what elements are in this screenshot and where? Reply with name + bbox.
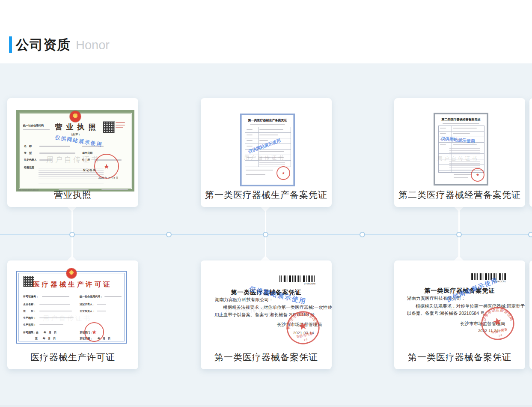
production-license-title: 医疗器械生产许可证 bbox=[17, 280, 126, 289]
right-field1-redacted bbox=[82, 146, 104, 147]
company-name-redacted bbox=[39, 304, 70, 305]
row-label-redacted-5 bbox=[247, 157, 253, 158]
row-value-redacted-5 bbox=[259, 157, 284, 158]
production-license-certificate: ★ 医疗器械生产许可证 许可证编号： 企业名称： 住 所： 生产地址： 生产范围… bbox=[16, 271, 127, 344]
row-value-redacted-1 bbox=[453, 128, 477, 129]
timeline-node-1 bbox=[69, 232, 75, 237]
row-value-redacted-4 bbox=[453, 144, 477, 145]
row-label-redacted-2 bbox=[247, 135, 253, 135]
license-no-redacted bbox=[42, 296, 69, 297]
certificate-title: 第二类医疗器械经营备案凭证 bbox=[435, 117, 487, 122]
card-production-license[interactable]: ★ 医疗器械生产许可证 许可证编号： 企业名称： 住 所： 生产地址： 生产范围… bbox=[7, 260, 138, 369]
row-value-redacted-3 bbox=[453, 139, 463, 140]
card-class2-business-filing[interactable]: 第二类医疗器械经营备案凭证 仅供网站展示使用 用户自传证书 ★ 第二类医疗器械经… bbox=[394, 98, 525, 207]
company-name-label: 企业名称： bbox=[23, 302, 36, 306]
production-scope-label: 生产范围： bbox=[23, 323, 36, 327]
row-label-redacted-2 bbox=[440, 133, 446, 134]
card3-tail bbox=[454, 207, 464, 212]
card6-tail bbox=[454, 256, 464, 260]
notice-redacted-3 bbox=[116, 127, 123, 128]
validity-from-label: 许可期限：自 年 月 日 bbox=[23, 331, 56, 335]
filing-company-line: 湖南力宾医疗科技有限公司： bbox=[215, 297, 273, 303]
business-filing-certificate: 第二类医疗器械经营备案凭证 仅供网站展示使用 用户自传证书 ★ bbox=[434, 113, 488, 186]
card-device-filing-2[interactable]: RB5XOCR1 第一类医疗器械备案凭证 湖南力宾医疗科技有限公司： 根据相关法… bbox=[394, 260, 525, 369]
field-scope-label: 经营范围 bbox=[24, 166, 34, 170]
card-caption: 第二类医疗器械经营备案凭证 bbox=[394, 189, 525, 201]
field-address-label: 住 所 bbox=[82, 158, 90, 162]
filing-body-line-2: 以备案。备案号:湘长械备 20210584 号 bbox=[407, 311, 484, 317]
red-seal-stamp: 长沙市市场监督管理局 审批专用章 1-3 bbox=[282, 307, 324, 348]
card1-tail bbox=[67, 207, 77, 212]
legal-rep-label: 法定代表人： bbox=[80, 302, 95, 306]
row-value-redacted-3 bbox=[259, 140, 268, 141]
scope-text-redacted bbox=[449, 148, 480, 171]
filing-date-redacted bbox=[246, 174, 265, 175]
watermark-user-upload: 用户自传证书 bbox=[43, 314, 92, 323]
next-card-sliver-top[interactable] bbox=[529, 98, 532, 207]
timeline-node-4 bbox=[360, 232, 365, 237]
card-device-filing-1[interactable]: 07MION48 第一类医疗器械备案凭证 湖南力宾医疗科技有限公司： 根据相关法… bbox=[201, 260, 332, 369]
card-class1-production-filing[interactable]: 第一类医疗器械生产备案凭证 仅供网站展示使用 用户自传证书 ★ 第一类医疗器械生… bbox=[201, 98, 332, 207]
field-name-label: 名 称 bbox=[24, 144, 32, 148]
row-label-redacted-4 bbox=[247, 146, 253, 147]
validity-to-label: 至 年 月 日 bbox=[35, 337, 56, 341]
barcode bbox=[471, 273, 506, 280]
section-title-cn: 公司资质 bbox=[16, 36, 71, 54]
registrar-label: 登 记 机 关 bbox=[83, 168, 95, 172]
legal-rep-redacted bbox=[97, 304, 106, 305]
production-address-label: 生产地址： bbox=[23, 316, 36, 320]
timeline-node-5 bbox=[456, 232, 462, 237]
field-name-value-redacted bbox=[39, 146, 70, 147]
red-seal-stamp: ★ bbox=[84, 322, 104, 342]
scope-redacted bbox=[259, 160, 285, 165]
field-type-value-redacted bbox=[39, 153, 75, 154]
row-label-redacted-4 bbox=[440, 144, 446, 145]
card-caption: 第一类医疗器械备案凭证 bbox=[201, 351, 332, 363]
notice-redacted-2 bbox=[116, 125, 125, 126]
timeline-node-2 bbox=[166, 232, 172, 237]
filing-company-line: 湖南力宾医疗科技有限公司： bbox=[407, 296, 466, 302]
barcode-label: 07MION48 bbox=[279, 282, 315, 285]
svg-text:1-3: 1-3 bbox=[303, 338, 308, 341]
row-label-redacted-3 bbox=[247, 140, 253, 141]
certificate-title: 第一类医疗器械生产备案凭证 bbox=[241, 118, 294, 123]
card-caption: 医疗器械生产许可证 bbox=[7, 351, 138, 363]
card4-tail bbox=[67, 256, 77, 260]
section-accent-bar bbox=[9, 36, 12, 53]
section-title-en: Honor bbox=[76, 38, 110, 52]
card2-tail bbox=[261, 207, 270, 212]
business-license-subtitle: （副本） bbox=[19, 132, 132, 137]
card5-tail bbox=[261, 256, 270, 260]
next-section-edge bbox=[0, 405, 532, 407]
card-caption: 营业执照 bbox=[7, 189, 138, 201]
svg-text:审批专用章: 审批专用章 bbox=[296, 332, 313, 339]
row-label-redacted-1 bbox=[247, 129, 253, 130]
production-scope-redacted bbox=[39, 324, 63, 325]
credit-code-redacted bbox=[104, 296, 122, 297]
red-seal-stamp: ★ bbox=[471, 168, 484, 182]
filing-dept-redacted bbox=[454, 174, 472, 175]
filing-no-redacted bbox=[250, 124, 285, 125]
field-legal-value-redacted bbox=[39, 159, 52, 161]
red-seal-stamp: 长沙市市场监督管理局 审批专用章 1-3 bbox=[477, 302, 518, 344]
filing-no-redacted bbox=[443, 123, 479, 124]
production-address-redacted bbox=[39, 317, 74, 318]
svg-text:1-3: 1-3 bbox=[498, 334, 502, 337]
filing-title: 第一类医疗器械备案凭证 bbox=[394, 287, 525, 295]
address-label: 住 所： bbox=[23, 309, 36, 313]
field-type-label: 类 型 bbox=[24, 151, 32, 155]
qr-code bbox=[103, 121, 115, 133]
card-caption: 第一类医疗器械生产备案凭证 bbox=[201, 189, 332, 201]
credit-code-label: 统一社会信用代码： bbox=[80, 295, 103, 299]
row-value-redacted-2 bbox=[259, 135, 278, 135]
row-label-redacted-3 bbox=[440, 139, 446, 140]
row-value-redacted-4 bbox=[259, 151, 284, 152]
national-emblem-icon: ★ bbox=[66, 268, 77, 278]
card-business-license[interactable]: ★ 统一社会信用代码 营业执照 （副本） 名 称 类 型 法定代表人 经营范围 … bbox=[7, 98, 138, 207]
production-filing-certificate: 第一类医疗器械生产备案凭证 仅供网站展示使用 用户自传证书 ★ bbox=[240, 114, 295, 186]
red-seal-stamp: ★ bbox=[276, 166, 290, 180]
filing-title: 第一类医疗器械备案凭证 bbox=[201, 289, 332, 296]
row-value-redacted-1 bbox=[259, 129, 283, 130]
next-card-sliver-bottom[interactable] bbox=[529, 260, 532, 369]
address-redacted bbox=[39, 311, 72, 311]
